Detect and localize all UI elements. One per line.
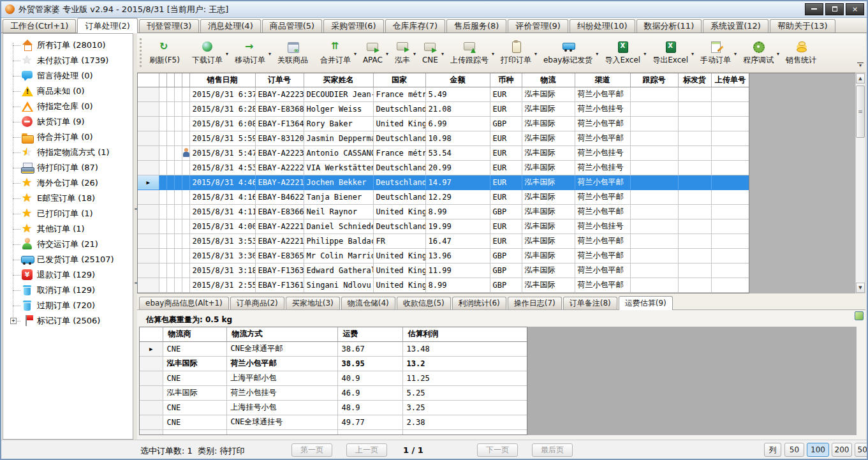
order-cell[interactable]: EUR [490,189,522,204]
order-cell[interactable] [678,189,711,204]
toolbar-button-12[interactable]: 导入Excel▾ [601,36,645,70]
order-cell[interactable]: EBAY-F1363 [255,263,304,278]
first-page-button[interactable]: 第一页 [291,443,332,457]
order-cell[interactable]: 2015/8/31 3:30 [189,248,255,263]
order-cell[interactable]: 荷兰小包挂号 [575,160,630,175]
freight-row-marker[interactable] [140,356,163,371]
order-cell[interactable]: 泓丰国际 [522,204,575,219]
order-cell[interactable] [630,189,678,204]
sidebar-item-10[interactable]: 海外仓订单 (26) [3,175,133,191]
order-cell[interactable]: France métr... [373,145,425,160]
toolbar-button-2[interactable]: 下载订单▾ [189,36,227,70]
order-cell[interactable]: EBAY-A22217 [255,234,304,248]
row-marker-cell[interactable] [138,204,159,219]
order-cell[interactable] [678,131,711,145]
order-row-1[interactable]: 2015/8/31 6:37EBAY-A22236DECOUDIER Jean-… [138,87,749,101]
next-page-button[interactable]: 下一页 [477,443,518,457]
order-cell[interactable]: EBAY-A22236 [255,87,304,101]
row-flag-cell[interactable] [182,189,189,204]
order-cell[interactable]: DECOUDIER Jean-f... [304,87,373,101]
dropdown-arrow-icon[interactable]: ▾ [441,51,444,57]
order-cell[interactable]: 泓丰国际 [522,278,575,292]
row-marker-cell[interactable] [138,189,159,204]
order-cell[interactable] [678,87,711,101]
order-cell[interactable]: 10.98 [425,131,490,145]
row-flag-cell[interactable] [182,248,189,263]
row-flag-cell[interactable] [159,131,166,145]
order-cell[interactable]: EBAY-A22219 [255,175,304,189]
sidebar-item-11[interactable]: E邮宝订单 (18) [3,191,133,206]
menu-tab-10[interactable]: 纠纷处理(10) [570,19,635,33]
row-flag-cell[interactable] [174,175,182,189]
freight-column-header[interactable]: 物流方式 [226,327,337,341]
order-cell[interactable] [630,219,678,234]
order-cell[interactable] [711,248,749,263]
order-cell[interactable] [678,219,711,234]
sidebar-item-5[interactable]: 待指定仓库 (0) [3,99,133,114]
row-flag-cell[interactable] [174,248,182,263]
sidebar-item-8[interactable]: 待指定物流方式 (1) [3,145,133,160]
dropdown-arrow-icon[interactable]: ▾ [226,51,228,57]
toolbar-button-8[interactable]: CNE▾ [419,36,443,70]
freight-cell[interactable]: 3.25 [402,400,527,415]
freight-cell[interactable]: 泓丰国际 [163,356,226,371]
order-cell[interactable]: EBAY-F1361 [255,278,304,292]
order-cell[interactable]: 19.99 [425,219,490,234]
menu-tab-5[interactable]: 商品管理(5) [262,19,322,33]
order-cell[interactable]: Tanja Biener [304,189,373,204]
order-cell[interactable]: Holger Weiss [304,101,373,116]
order-cell[interactable]: EUR [490,131,522,145]
row-flag-cell[interactable] [166,234,174,248]
row-marker-cell[interactable] [138,248,159,263]
order-cell[interactable]: Antonio CASSANO [304,145,373,160]
order-cell[interactable]: 泓丰国际 [522,131,575,145]
order-cell[interactable]: 泓丰国际 [522,263,575,278]
order-cell[interactable]: 泓丰国际 [522,219,575,234]
menu-tab-1[interactable]: 工作台(Ctrl+1) [3,19,76,33]
order-cell[interactable]: Deutschland [373,189,425,204]
order-cell[interactable] [711,87,749,101]
toolbar-button-1[interactable]: 刷新(F5) [146,36,184,70]
order-cell[interactable]: 2015/8/31 4:46 [189,175,255,189]
order-cell[interactable]: United Kingdom [373,204,425,219]
last-page-button[interactable]: 最后页 [532,443,573,457]
order-cell[interactable]: 荷兰小包平邮 [575,234,630,248]
order-cell[interactable]: EBAY-B4622 [255,189,304,204]
menu-tab-7[interactable]: 仓库库存(7) [385,19,445,33]
order-cell[interactable]: Jochen Bekker [304,175,373,189]
order-cell[interactable]: 2015/8/31 6:37 [189,87,255,101]
order-cell[interactable] [711,234,749,248]
freight-cell[interactable] [337,429,402,435]
row-flag-cell[interactable] [159,248,166,263]
toolbar-button-7[interactable]: 泓丰▾ [392,36,415,70]
freight-row-marker[interactable] [140,385,163,400]
column-header[interactable]: 跟踪号 [630,73,678,87]
row-marker-cell[interactable]: ▶ [138,175,159,189]
row-flag-cell[interactable] [159,116,166,131]
row-flag-cell[interactable] [159,145,166,160]
freight-cell[interactable]: 13.48 [402,341,527,356]
order-cell[interactable]: Deutschland [373,101,425,116]
row-flag-cell[interactable] [182,101,189,116]
row-flag-cell[interactable] [159,175,166,189]
order-cell[interactable]: 2015/8/31 5:47 [189,145,255,160]
order-cell[interactable]: 2015/8/31 2:55 [189,278,255,292]
freight-cell[interactable]: CNE [163,400,226,415]
row-flag-cell[interactable] [166,278,174,292]
menu-tab-11[interactable]: 数据分析(11) [636,19,702,33]
menu-tab-3[interactable]: 刊登管理(3) [139,19,199,33]
order-cell[interactable]: 12.29 [425,189,490,204]
column-header[interactable]: 渠道 [575,73,630,87]
column-header[interactable]: 币种 [490,73,522,87]
row-flag-cell[interactable] [182,116,189,131]
order-cell[interactable]: Jasmin Deppermann [304,131,373,145]
order-cell[interactable]: 13.96 [425,248,490,263]
column-header[interactable]: 买家姓名 [304,73,373,87]
order-cell[interactable]: 2015/8/31 4:00 [189,219,255,234]
row-flag-cell[interactable] [166,87,174,101]
order-cell[interactable] [630,101,678,116]
order-cell[interactable] [711,160,749,175]
minimize-button[interactable] [805,3,823,15]
sidebar-item-7[interactable]: 待合并订单 (0) [3,130,133,145]
dropdown-arrow-icon[interactable]: ▾ [644,51,646,57]
